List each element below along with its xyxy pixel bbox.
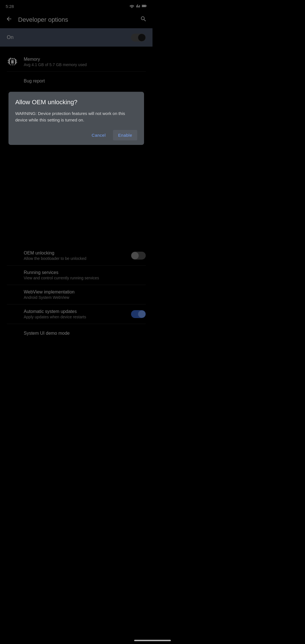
enable-button[interactable]: Enable xyxy=(113,130,137,140)
developer-toggle-bar[interactable]: On xyxy=(0,28,152,47)
status-icons xyxy=(129,4,147,9)
bug-report-item[interactable]: Bug report xyxy=(0,72,152,91)
top-bar: Developer options xyxy=(0,11,152,28)
developer-toggle-label: On xyxy=(7,34,14,40)
webview-text: WebView implementation Android System We… xyxy=(7,290,146,300)
running-services-title: Running services xyxy=(24,270,146,275)
oem-toggle-knob xyxy=(131,252,139,259)
running-services-item[interactable]: Running services View and control curren… xyxy=(0,266,152,285)
webview-item[interactable]: WebView implementation Android System We… xyxy=(0,285,152,304)
oem-unlocking-subtitle: Allow the bootloader to be unlocked xyxy=(24,256,125,261)
webview-title: WebView implementation xyxy=(24,290,146,295)
bug-report-text: Bug report xyxy=(7,79,146,84)
running-services-subtitle: View and control currently running servi… xyxy=(24,276,146,280)
memory-subtitle: Avg 4.1 GB of 5.7 GB memory used xyxy=(24,62,146,67)
section-gap-1 xyxy=(0,47,152,52)
wifi-icon xyxy=(129,4,134,9)
dialog-buttons: Cancel Enable xyxy=(15,130,137,140)
search-button[interactable] xyxy=(139,16,148,24)
auto-toggle-knob xyxy=(138,310,145,318)
system-ui-text: System UI demo mode xyxy=(7,331,146,336)
oem-unlocking-item[interactable]: OEM unlocking Allow the bootloader to be… xyxy=(0,246,152,265)
battery-icon xyxy=(142,4,147,8)
memory-icon xyxy=(7,56,18,68)
page-title: Developer options xyxy=(18,16,134,23)
oem-unlocking-text: OEM unlocking Allow the bootloader to be… xyxy=(7,251,125,261)
status-time: 5:28 xyxy=(6,4,14,9)
auto-updates-title: Automatic system updates xyxy=(24,309,125,314)
auto-updates-text: Automatic system updates Apply updates w… xyxy=(7,309,125,319)
system-ui-item[interactable]: System UI demo mode xyxy=(0,324,152,343)
svg-rect-1 xyxy=(146,6,147,6)
back-button[interactable] xyxy=(5,16,14,24)
running-services-text: Running services View and control curren… xyxy=(7,270,146,280)
list-items-below: OEM unlocking Allow the bootloader to be… xyxy=(0,246,152,343)
auto-updates-toggle[interactable] xyxy=(131,310,146,318)
auto-updates-item[interactable]: Automatic system updates Apply updates w… xyxy=(0,304,152,324)
system-ui-title: System UI demo mode xyxy=(24,331,146,336)
signal-icon xyxy=(136,4,140,9)
developer-toggle-switch[interactable] xyxy=(131,34,146,42)
dialog-title: Allow OEM unlocking? xyxy=(15,99,137,106)
cancel-button[interactable]: Cancel xyxy=(87,130,111,140)
webview-subtitle: Android System WebView xyxy=(24,295,146,300)
auto-updates-subtitle: Apply updates when device restarts xyxy=(24,315,125,319)
memory-title: Memory xyxy=(24,57,146,62)
toggle-knob xyxy=(138,34,145,41)
oem-unlocking-toggle[interactable] xyxy=(131,252,146,260)
svg-rect-2 xyxy=(142,5,146,6)
oem-unlock-dialog: Allow OEM unlocking? WARNING: Device pro… xyxy=(8,92,144,145)
memory-item[interactable]: Memory Avg 4.1 GB of 5.7 GB memory used xyxy=(0,52,152,71)
oem-unlocking-title: OEM unlocking xyxy=(24,251,125,256)
status-bar: 5:28 xyxy=(0,0,152,11)
dialog-body: WARNING: Device protection features will… xyxy=(15,110,137,123)
memory-text: Memory Avg 4.1 GB of 5.7 GB memory used xyxy=(24,57,146,67)
bug-report-title: Bug report xyxy=(24,79,146,84)
